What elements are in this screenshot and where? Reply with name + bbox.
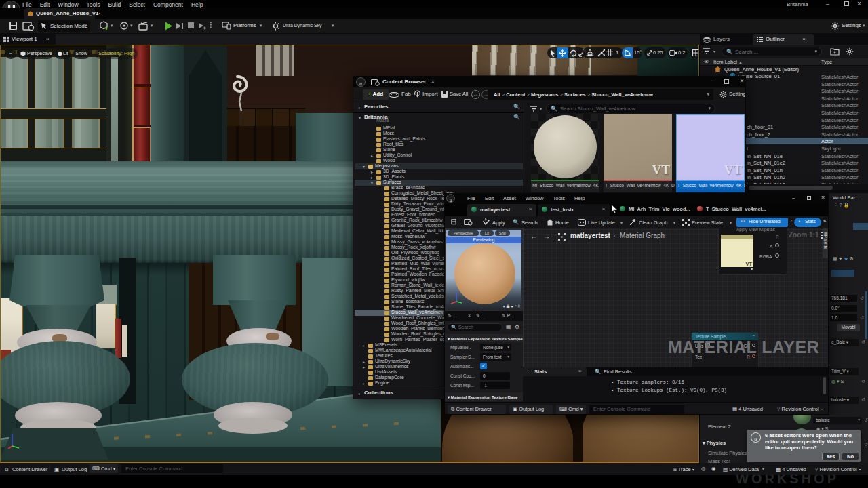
svg-text:u: u (754, 435, 757, 442)
svg-text:u: u (359, 81, 362, 87)
